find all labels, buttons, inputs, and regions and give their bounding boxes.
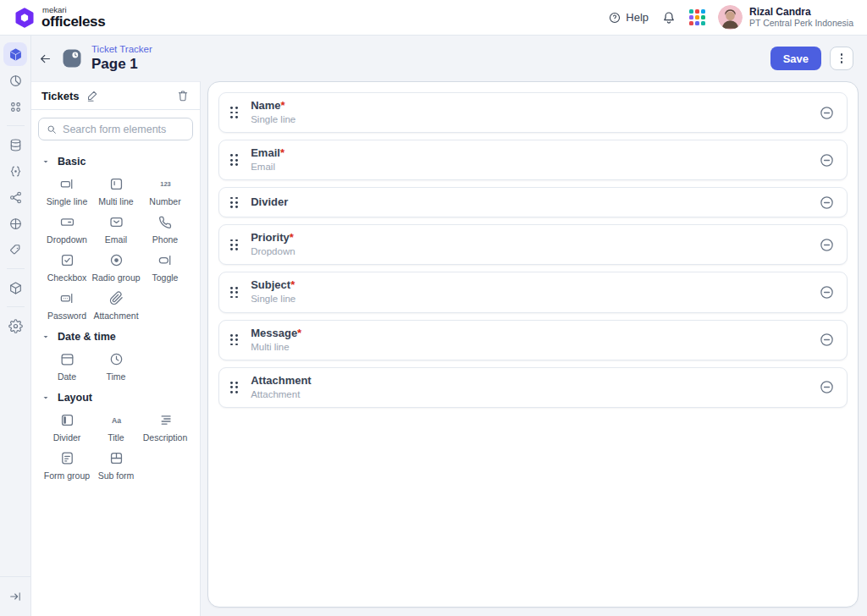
top-header: mekari officeless Help	[0, 0, 867, 36]
sphere-grid-icon	[8, 217, 23, 231]
drag-handle[interactable]	[230, 107, 238, 118]
element-date[interactable]: Date	[42, 351, 91, 382]
drag-dot	[235, 116, 238, 118]
field-card-attachment[interactable]: AttachmentAttachment	[218, 367, 848, 408]
field-card-subject[interactable]: Subject*Single line	[218, 272, 848, 312]
rail-item-tag[interactable]	[3, 238, 27, 261]
drag-handle[interactable]	[230, 287, 238, 299]
breadcrumb[interactable]: Ticket Tracker	[91, 44, 152, 56]
rail-item-sphere-grid[interactable]	[3, 212, 27, 235]
pencil-icon	[86, 89, 99, 102]
field-card-email[interactable]: Email*Email	[218, 140, 848, 180]
remove-field-button[interactable]	[819, 237, 835, 253]
form-title: Tickets	[41, 90, 80, 102]
delete-form-button[interactable]	[176, 89, 190, 102]
drag-dot	[230, 159, 233, 162]
field-title: Name*	[251, 100, 295, 113]
drag-handle[interactable]	[230, 197, 238, 209]
elements-grid: DateTime	[41, 343, 190, 382]
rail-item-apps[interactable]	[3, 95, 27, 118]
remove-field-button[interactable]	[819, 332, 835, 348]
element-description[interactable]: Description	[141, 412, 190, 443]
app-dot	[701, 15, 705, 19]
remove-field-button[interactable]	[819, 195, 835, 211]
rail-bottom	[0, 576, 30, 616]
collapse-right-icon	[8, 590, 22, 603]
rail-item-settings[interactable]	[3, 314, 27, 338]
user-name: Rizal Candra	[749, 6, 853, 18]
element-radio-group[interactable]: Radio group	[91, 252, 141, 283]
rail-item-cube[interactable]	[3, 42, 27, 66]
drag-dot	[235, 287, 238, 289]
drag-dot	[230, 291, 233, 294]
date-icon	[59, 351, 75, 367]
chevron-down-icon	[41, 157, 50, 166]
drag-dot	[235, 386, 238, 388]
drag-dot	[235, 154, 238, 157]
element-toggle[interactable]: Toggle	[141, 252, 190, 283]
drag-dot	[235, 382, 238, 384]
element-number[interactable]: 123Number	[141, 176, 190, 206]
element-email[interactable]: Email	[91, 214, 141, 245]
drag-dot	[235, 201, 238, 204]
save-button[interactable]: Save	[770, 47, 821, 70]
search-input[interactable]	[63, 124, 185, 135]
section-header-date-time[interactable]: Date & time	[41, 331, 190, 343]
collapse-sidebar-button[interactable]	[3, 585, 27, 608]
section-header-layout[interactable]: Layout	[41, 392, 190, 404]
required-asterisk: *	[290, 231, 294, 244]
drag-handle[interactable]	[230, 382, 238, 393]
panel-sections: BasicSingle lineMulti line123NumberDropd…	[31, 142, 200, 491]
remove-field-button[interactable]	[819, 152, 835, 168]
field-card-message[interactable]: Message*Multi line	[218, 320, 848, 360]
section-header-basic[interactable]: Basic	[41, 156, 190, 168]
element-divider[interactable]: Divider	[42, 412, 91, 443]
more-options-button[interactable]	[830, 47, 853, 70]
field-type: Single line	[251, 114, 295, 125]
element-time[interactable]: Time	[91, 351, 141, 382]
drag-dot	[235, 112, 238, 114]
rail-item-pie-chart[interactable]	[3, 69, 27, 92]
drag-handle[interactable]	[230, 154, 238, 166]
element-single-line[interactable]: Single line	[42, 176, 91, 206]
brand[interactable]: mekari officeless	[14, 6, 105, 30]
radio-group-icon	[108, 252, 124, 268]
element-phone[interactable]: Phone	[141, 214, 190, 245]
element-sub-form[interactable]: Sub form	[91, 450, 141, 481]
remove-field-button[interactable]	[819, 105, 835, 121]
brand-name-small: mekari	[42, 6, 105, 14]
element-checkbox[interactable]: Checkbox	[42, 252, 91, 283]
mekari-logo-icon	[14, 7, 36, 29]
field-card-divider[interactable]: Divider	[218, 187, 848, 217]
svg-text:123: 123	[160, 180, 171, 188]
back-button[interactable]	[38, 52, 52, 66]
rail-item-braces[interactable]	[3, 159, 27, 183]
field-card-name[interactable]: Name*Single line	[218, 92, 848, 133]
field-card-priority[interactable]: Priority*Dropdown	[218, 224, 848, 265]
element-attachment[interactable]: Attachment	[91, 290, 141, 321]
toggle-icon	[157, 252, 174, 268]
element-dropdown[interactable]: Dropdown	[42, 214, 91, 245]
content-column: Ticket Tracker Page 1 Save Tickets	[31, 36, 867, 616]
settings-icon	[8, 319, 23, 333]
rail-item-workflow[interactable]	[3, 185, 27, 209]
remove-field-button[interactable]	[819, 379, 835, 395]
drag-handle[interactable]	[230, 239, 238, 251]
drag-handle[interactable]	[230, 334, 238, 346]
element-label: Sub form	[98, 470, 135, 481]
element-title[interactable]: AaTitle	[91, 412, 141, 443]
remove-field-button[interactable]	[819, 284, 835, 300]
element-form-group[interactable]: Form group	[42, 450, 91, 481]
section-label: Date & time	[58, 331, 116, 343]
notifications-button[interactable]	[661, 10, 676, 25]
elements-grid: DividerAaTitleDescriptionForm groupSub f…	[41, 404, 190, 481]
drag-dot	[230, 107, 233, 109]
element-multi-line[interactable]: Multi line	[91, 176, 141, 206]
element-password[interactable]: Password	[42, 290, 91, 321]
user-menu[interactable]: Rizal Candra PT Central Perk Indonesia	[718, 5, 853, 30]
rail-item-package[interactable]	[3, 276, 27, 300]
edit-title-button[interactable]	[86, 89, 99, 102]
help-button[interactable]: Help	[608, 11, 649, 25]
app-switcher-button[interactable]	[689, 9, 705, 25]
rail-item-database[interactable]	[3, 133, 27, 157]
